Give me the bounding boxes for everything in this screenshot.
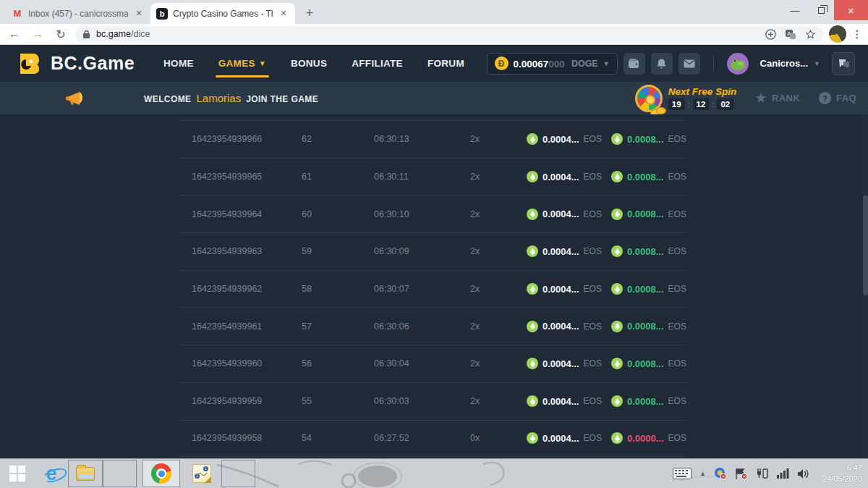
- rank-link[interactable]: ★ RANK: [755, 91, 800, 106]
- table-row[interactable]: 16423954939959 55 06:30:03 2x 0.0004... …: [179, 382, 687, 420]
- roll-result-cell: 61: [302, 172, 374, 182]
- bcgame-logo-icon: [16, 51, 42, 77]
- banner-right: Next Free Spin 19:12:02 ★ RANK ? FAQ: [635, 85, 856, 112]
- user-avatar[interactable]: [727, 53, 749, 75]
- tab-close-icon[interactable]: ×: [133, 8, 145, 20]
- balance-currency: DOGE: [571, 59, 598, 69]
- table-row[interactable]: 16423954939961 57 06:30:06 2x 0.0004... …: [179, 307, 687, 345]
- free-spin-widget[interactable]: Next Free Spin 19:12:02: [635, 85, 737, 112]
- payout-amount-cell: 0.0000... EOS: [611, 432, 687, 444]
- notifications-button[interactable]: [651, 53, 673, 75]
- back-icon[interactable]: ←: [6, 28, 23, 41]
- roll-result-cell: 59: [302, 246, 374, 256]
- table-row[interactable]: 16423954939958 54 06:27:52 0x 0.0004... …: [179, 420, 687, 458]
- messages-button[interactable]: [678, 53, 700, 75]
- bet-amount-cell: 0.0004... EOS: [527, 432, 611, 444]
- add-circle-icon[interactable]: [765, 29, 776, 40]
- time-cell: 06:27:52: [374, 433, 470, 443]
- bet-amount-cell: 0.0004... EOS: [527, 321, 611, 332]
- taskbar-file-explorer[interactable]: [68, 460, 103, 487]
- main-nav: HOME GAMES▼ BONUS AFFILIATE FORUM: [163, 45, 464, 82]
- table-row[interactable]: 16423954939963 59 06:30:09 2x 0.0004... …: [179, 232, 687, 270]
- remove-hardware-icon[interactable]: [756, 468, 769, 479]
- nav-affiliate[interactable]: AFFILIATE: [352, 45, 403, 82]
- page-scrollbar[interactable]: [863, 114, 868, 458]
- time-cell: 06:30:06: [374, 321, 470, 332]
- taskbar-clock[interactable]: 6:47 24/05/2020: [817, 463, 862, 484]
- payout-amount-cell: 0.0008... EOS: [611, 245, 687, 257]
- table-row[interactable]: 16423954939960 56 06:30:04 2x 0.0004... …: [179, 345, 687, 382]
- taskbar-chrome-active[interactable]: [142, 460, 180, 487]
- taskbar-pinned-slot[interactable]: [103, 460, 137, 487]
- show-hidden-icons-chevron[interactable]: ▲: [699, 470, 706, 477]
- taskbar-notes-app[interactable]: 1 2: [184, 459, 219, 488]
- touch-keyboard-icon[interactable]: [673, 468, 692, 479]
- taskbar-pinned-slot[interactable]: [221, 460, 255, 487]
- payout-amount-cell: 0.0008... EOS: [611, 133, 687, 145]
- tray-app-alert-icon[interactable]: [714, 467, 727, 480]
- scrollbar-thumb[interactable]: [863, 195, 868, 295]
- chevron-down-icon: ▼: [603, 60, 610, 67]
- url-text: bc.game/dice: [96, 29, 150, 39]
- browser-tab-gmail[interactable]: M Inbox (457) - canicrossmaxx@gm ×: [6, 3, 150, 24]
- bet-amount-cell: 0.0004... EOS: [527, 283, 611, 295]
- table-row[interactable]: 16423954939964 60 06:30:10 2x 0.0004... …: [179, 195, 687, 232]
- taskbar-internet-explorer[interactable]: e: [35, 459, 68, 488]
- time-cell: 06:30:04: [374, 358, 470, 369]
- multiplier-cell: 2x: [470, 396, 527, 406]
- chevron-down-icon[interactable]: ▼: [814, 60, 820, 67]
- bet-amount-cell: 0.0004... EOS: [527, 209, 611, 220]
- window-minimize-button[interactable]: —: [782, 0, 808, 20]
- network-signal-icon[interactable]: [777, 468, 789, 479]
- translate-icon[interactable]: A: [785, 29, 796, 40]
- balance-selector[interactable]: Đ 0.00067000 DOGE ▼: [487, 53, 618, 75]
- multiplier-cell: 2x: [470, 358, 527, 369]
- bookmark-star-icon[interactable]: [805, 29, 816, 40]
- reload-icon[interactable]: ↻: [52, 28, 69, 41]
- faq-link[interactable]: ? FAQ: [819, 92, 856, 104]
- roll-result-cell: 54: [302, 433, 374, 443]
- tab-close-icon[interactable]: ×: [278, 8, 289, 20]
- speaker-icon[interactable]: [797, 468, 809, 479]
- time-cell: 06:30:03: [374, 396, 470, 406]
- username-label[interactable]: Canicros...: [760, 58, 808, 69]
- nav-home[interactable]: HOME: [163, 45, 194, 82]
- action-center-flag-icon[interactable]: [735, 468, 748, 480]
- table-row[interactable]: 16423954939962 58 06:30:07 2x 0.0004... …: [179, 270, 687, 308]
- new-tab-button[interactable]: +: [299, 3, 320, 23]
- payout-amount-cell: 0.0008... EOS: [611, 283, 687, 295]
- bet-amount-cell: 0.0004... EOS: [527, 133, 611, 145]
- table-row[interactable]: 16423954939965 61 06:30:11 2x 0.0004... …: [179, 158, 687, 195]
- free-spin-timer: 19:12:02: [668, 98, 737, 110]
- spin-wheel-icon: [635, 85, 663, 112]
- start-button[interactable]: [0, 459, 35, 488]
- table-row[interactable]: 16423954939966 62 06:30:13 2x 0.0004... …: [179, 120, 687, 158]
- time-cell: 06:30:09: [374, 246, 470, 256]
- eos-coin-icon: [527, 133, 538, 145]
- bcgame-logo[interactable]: BC.Game: [16, 51, 135, 77]
- nav-bonus[interactable]: BONUS: [291, 45, 327, 82]
- window-restore-button[interactable]: [808, 0, 834, 20]
- address-bar[interactable]: bc.game/dice A: [75, 26, 823, 43]
- eos-coin-icon: [611, 245, 623, 257]
- multiplier-cell: 2x: [470, 209, 527, 219]
- payout-amount-cell: 0.0008... EOS: [611, 209, 687, 220]
- notes-icon: 1 2: [192, 464, 211, 483]
- forward-icon[interactable]: →: [29, 28, 46, 41]
- chat-button[interactable]: [832, 52, 855, 75]
- bet-id-cell: 16423954939965: [192, 172, 302, 182]
- nav-forum[interactable]: FORUM: [427, 45, 464, 82]
- eos-coin-icon: [611, 283, 623, 295]
- gmail-favicon-icon: M: [12, 8, 23, 20]
- wallet-icon: [628, 58, 640, 69]
- nav-games[interactable]: GAMES▼: [218, 45, 266, 82]
- browser-profile-avatar[interactable]: [829, 25, 846, 43]
- window-close-button[interactable]: ×: [834, 0, 868, 20]
- payout-amount-cell: 0.0008... EOS: [611, 358, 687, 369]
- multiplier-cell: 2x: [470, 284, 527, 294]
- browser-menu-icon[interactable]: ⋮: [852, 28, 862, 40]
- wallet-button[interactable]: [624, 53, 645, 75]
- chat-bubbles-icon: [838, 58, 850, 70]
- bet-amount-cell: 0.0004... EOS: [527, 395, 611, 407]
- browser-tab-bcgame[interactable]: b Crypto Casino Games - The 8 Bes ×: [150, 3, 295, 24]
